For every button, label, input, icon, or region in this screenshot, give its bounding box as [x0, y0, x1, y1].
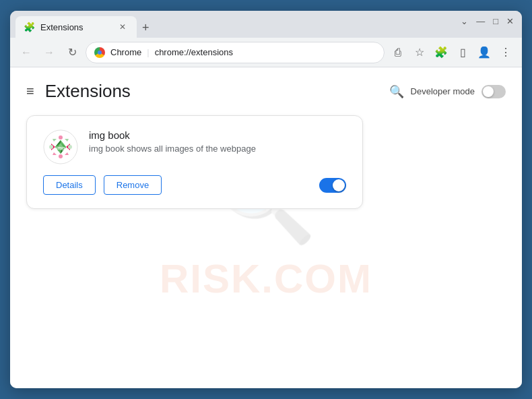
address-bar[interactable]: Chrome | chrome://extensions [86, 42, 385, 63]
sidebar-button[interactable]: ▯ [453, 43, 472, 62]
close-button[interactable]: ✕ [506, 16, 514, 26]
reload-button[interactable]: ↻ [63, 43, 81, 62]
title-bar: 🧩 Extensions ✕ + ⌄ — □ ✕ [10, 11, 522, 38]
extension-card-top: img img book img book shows all images o… [43, 129, 346, 164]
forward-button[interactable]: → [40, 43, 59, 62]
new-tab-button[interactable]: + [137, 21, 155, 35]
hamburger-menu-icon[interactable]: ≡ [26, 84, 34, 99]
toolbar-icons: ⎙ ☆ 🧩 ▯ 👤 ⋮ [389, 43, 515, 62]
svg-text:img: img [57, 146, 65, 151]
extension-card-container: img img book img book shows all images o… [10, 109, 522, 216]
svg-point-10 [59, 154, 63, 158]
details-button[interactable]: Details [43, 175, 96, 195]
watermark-text: RISK.COM [160, 255, 372, 302]
extension-card-bottom: Details Remove [43, 175, 346, 195]
maximize-button[interactable]: □ [493, 16, 498, 26]
remove-button[interactable]: Remove [104, 175, 162, 195]
extensions-header: ≡ Extensions 🔍 Developer mode [10, 67, 522, 109]
developer-mode-toggle[interactable] [481, 85, 506, 98]
extension-info: img book img book shows all images of th… [89, 129, 346, 154]
chrome-brand-label: Chrome [110, 47, 141, 57]
extensions-title-group: ≡ Extensions [26, 81, 131, 102]
chevron-icon[interactable]: ⌄ [461, 16, 468, 26]
search-button[interactable]: 🔍 [389, 84, 404, 99]
extension-toggle-knob [333, 179, 345, 191]
back-button[interactable]: ← [17, 43, 36, 62]
tab-strip: 🧩 Extensions ✕ + [15, 11, 155, 38]
tab-label: Extensions [40, 22, 84, 32]
extension-name: img book [89, 129, 346, 141]
menu-button[interactable]: ⋮ [496, 43, 515, 62]
svg-point-11 [49, 145, 53, 149]
window-controls: ⌄ — □ ✕ [461, 16, 514, 26]
extension-description: img book shows all images of the webpage [89, 144, 346, 154]
toggle-knob [483, 86, 494, 97]
toolbar: ← → ↻ Chrome | chrome://extensions ⎙ ☆ 🧩… [10, 38, 522, 67]
page-title: Extensions [45, 81, 131, 102]
address-separator: | [147, 47, 149, 57]
extension-card: img img book img book shows all images o… [26, 115, 363, 209]
tab-puzzle-icon: 🧩 [24, 22, 35, 32]
extension-enabled-toggle[interactable] [319, 178, 346, 193]
chrome-logo-icon [94, 47, 105, 58]
profile-button[interactable]: 👤 [475, 43, 494, 62]
extensions-button[interactable]: 🧩 [432, 43, 451, 62]
page-content: 🔍 RISK.COM ≡ Extensions 🔍 Developer mode [10, 67, 522, 388]
extension-icon: img [43, 129, 78, 164]
svg-point-9 [59, 135, 63, 140]
share-button[interactable]: ⎙ [389, 43, 407, 62]
minimize-button[interactable]: — [476, 16, 485, 26]
svg-point-12 [68, 145, 72, 149]
tab-close-button[interactable]: ✕ [117, 21, 129, 33]
browser-window: 🧩 Extensions ✕ + ⌄ — □ ✕ ← → ↻ Chrome | … [10, 11, 522, 388]
bookmark-button[interactable]: ☆ [410, 43, 429, 62]
address-url-text: chrome://extensions [155, 47, 233, 57]
developer-mode-label: Developer mode [411, 86, 475, 96]
active-tab[interactable]: 🧩 Extensions ✕ [15, 16, 137, 38]
developer-mode-group: 🔍 Developer mode [389, 84, 506, 99]
